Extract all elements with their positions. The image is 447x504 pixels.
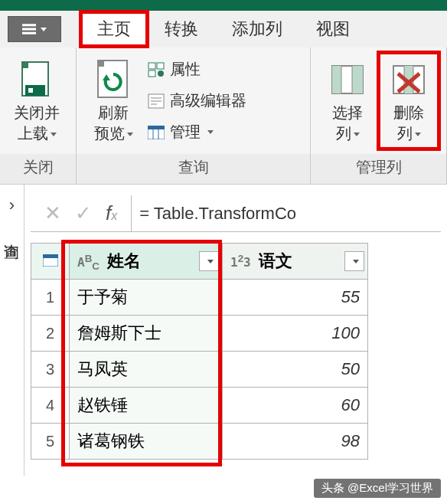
refresh-label: 刷新预览 [94,104,129,142]
advanced-editor-icon [147,93,165,109]
cell-name[interactable]: 诸葛钢铁 [70,424,223,460]
title-bar [0,0,447,11]
fx-icon[interactable]: fx [106,201,117,225]
row-index: 2 [31,316,70,352]
cell-name[interactable]: 詹姆斯下士 [70,316,223,352]
select-columns-icon [329,57,366,103]
tab-home[interactable]: 主页 [80,11,148,47]
table-row[interactable]: 3马凤英50 [31,352,368,388]
formula-bar-buttons: ✕ ✓ fx [31,195,132,231]
watermark: 头条 @Excel学习世界 [314,479,441,498]
tab-transform[interactable]: 转换 [148,11,215,47]
remove-columns-button[interactable]: 删除列 [378,52,439,149]
cell-score[interactable]: 98 [223,424,368,460]
properties-icon [147,62,165,77]
cell-name[interactable]: 于予菊 [70,280,223,316]
column-header-score[interactable]: 123 语文 [223,244,368,280]
formula-bar: ✕ ✓ fx = Table.TransformCo [31,195,441,232]
properties-label: 属性 [170,59,201,80]
manage-icon [147,125,165,140]
ribbon: 关闭并上载 关闭 刷新预览 [0,47,447,184]
svg-rect-8 [157,63,164,69]
svg-rect-20 [332,66,341,93]
column-header-name[interactable]: ABC 姓名 [70,244,223,280]
svg-rect-1 [22,28,36,31]
row-index: 3 [31,352,70,388]
type-text-icon: ABC [77,255,100,270]
svg-rect-31 [43,254,58,258]
group-label-close: 关闭 [0,154,76,184]
column-score-label: 语文 [259,251,292,270]
cell-name[interactable]: 赵铁锤 [70,388,223,424]
remove-columns-icon [390,57,427,103]
svg-rect-2 [22,32,36,34]
cell-score[interactable]: 50 [223,352,368,388]
row-index: 1 [31,280,70,316]
group-label-manage-cols: 管理列 [311,154,446,184]
grid-corner[interactable] [31,244,70,280]
cell-name[interactable]: 马凤英 [70,352,223,388]
ribbon-area: 主页 转换 添加列 视图 关闭并上载 [0,11,447,185]
svg-rect-7 [148,63,155,69]
chevron-down-icon [41,28,47,31]
refresh-preview-button[interactable]: 刷新预览 [83,52,144,149]
properties-button[interactable]: 属性 [144,57,250,82]
file-menu-button[interactable] [8,16,61,42]
group-label-query: 查询 [77,154,310,184]
query-small-buttons: 属性 高级编辑器 管理 [144,52,253,149]
accept-formula-icon[interactable]: ✓ [75,201,92,225]
ribbon-group-close: 关闭并上载 关闭 [0,47,77,184]
ribbon-group-manage-cols: 选择列 删除列 管理列 [311,47,447,184]
cell-score[interactable]: 60 [223,388,368,424]
svg-rect-4 [25,85,45,96]
advanced-editor-button[interactable]: 高级编辑器 [144,88,250,113]
refresh-icon [95,57,132,103]
manage-label: 管理 [170,122,201,142]
table-row[interactable]: 4赵铁锤60 [31,388,368,424]
svg-rect-5 [28,88,33,93]
tab-bar: 主页 转换 添加列 视图 [0,11,447,47]
column-name-label: 姓名 [107,251,141,270]
chevron-down-icon [354,133,360,136]
row-index: 5 [31,424,70,460]
svg-rect-21 [352,66,363,93]
table-row[interactable]: 2詹姆斯下士100 [31,316,368,352]
table-row[interactable]: 5诸葛钢铁98 [31,424,368,460]
chevron-down-icon [207,130,214,134]
chevron-down-icon [415,133,421,136]
svg-rect-16 [148,126,165,129]
svg-rect-0 [22,24,36,26]
cancel-formula-icon[interactable]: ✕ [44,201,61,225]
manage-button[interactable]: 管理 [144,119,250,145]
formula-input[interactable]: = Table.TransformCo [132,198,441,230]
svg-point-10 [158,70,164,77]
close-load-button[interactable]: 关闭并上载 [6,52,67,149]
editor-main: ✕ ✓ fx = Table.TransformCo ABC 姓名 [24,185,447,476]
queries-pane-collapsed[interactable]: › 查询 [0,185,24,476]
chevron-down-icon [51,133,57,136]
chevron-down-icon [127,133,133,136]
table-row[interactable]: 1于予菊55 [31,280,368,316]
cell-score[interactable]: 100 [223,316,368,352]
column-filter-button[interactable] [344,251,364,271]
cell-score[interactable]: 55 [223,280,368,316]
svg-rect-9 [148,70,155,77]
expand-icon[interactable]: › [9,195,15,215]
row-index: 4 [31,388,70,424]
tab-view[interactable]: 视图 [299,11,367,47]
data-grid[interactable]: ABC 姓名 123 语文 1于予菊55 2詹姆斯下士100 3马凤英50 4赵… [31,243,368,460]
type-number-icon: 123 [230,255,251,270]
close-load-icon [18,57,56,103]
tab-add-column[interactable]: 添加列 [215,11,299,47]
column-filter-button[interactable] [199,251,219,271]
ribbon-group-query: 刷新预览 属性 高级编辑器 [77,47,311,184]
advanced-editor-label: 高级编辑器 [170,90,246,111]
select-columns-button[interactable]: 选择列 [317,52,378,149]
